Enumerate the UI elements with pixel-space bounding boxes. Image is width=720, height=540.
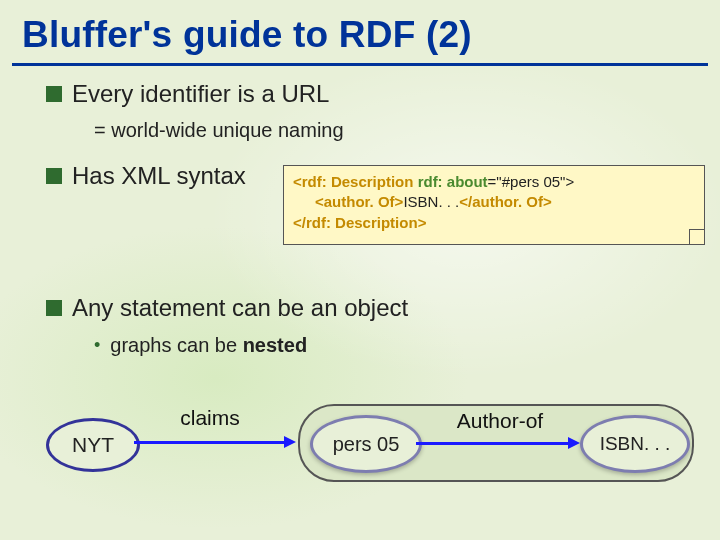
- nested-statement: pers 05 Author-of ISBN. . .: [298, 404, 694, 482]
- bullet-1: Every identifier is a URL: [46, 80, 329, 108]
- arrowhead-icon: [568, 437, 580, 449]
- bullet-1-sub: = world-wide unique naming: [94, 119, 344, 142]
- node-pers05: pers 05: [310, 415, 422, 473]
- code-line-1: <rdf: Description rdf: about="#pers 05">: [293, 172, 695, 192]
- slide-title: Bluffer's guide to RDF (2): [22, 14, 472, 56]
- edge-claims-label: claims: [162, 406, 258, 430]
- title-underline: [12, 63, 708, 66]
- bullet-3-sub-text: graphs can be nested: [110, 334, 307, 357]
- rdf-graph: NYT claims pers 05 Author-of ISBN. . .: [30, 398, 690, 488]
- page-fold-icon: [689, 229, 704, 244]
- bullet-square-icon: [46, 168, 62, 184]
- bullet-square-icon: [46, 86, 62, 102]
- node-isbn: ISBN. . .: [580, 415, 690, 473]
- bullet-3-text: Any statement can be an object: [72, 294, 408, 322]
- bullet-3: Any statement can be an object: [46, 294, 408, 322]
- bullet-3-sub: • graphs can be nested: [94, 334, 307, 357]
- bullet-2: Has XML syntax: [46, 162, 246, 190]
- bullet-1-text: Every identifier is a URL: [72, 80, 329, 108]
- code-line-2: <author. Of>ISBN. . .</author. Of>: [293, 192, 695, 212]
- bullet-2-text: Has XML syntax: [72, 162, 246, 190]
- node-nyt: NYT: [46, 418, 140, 472]
- sub-bullet-dot-icon: •: [94, 335, 100, 356]
- edge-claims-line: [134, 441, 286, 444]
- edge-authorof-label: Author-of: [440, 409, 560, 433]
- bullet-square-icon: [46, 300, 62, 316]
- code-box: <rdf: Description rdf: about="#pers 05">…: [283, 165, 705, 245]
- arrowhead-icon: [284, 436, 296, 448]
- code-line-3: </rdf: Description>: [293, 213, 695, 233]
- edge-authorof-line: [416, 442, 570, 445]
